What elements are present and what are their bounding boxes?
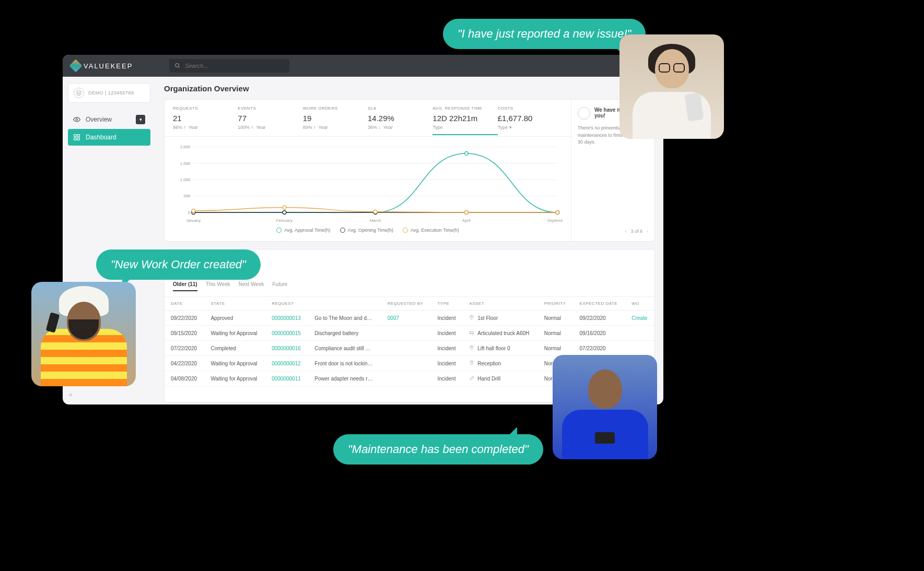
- cell-priority: Normal: [538, 326, 574, 341]
- table-row[interactable]: 07/22/2020Completed0000000016Compliance …: [165, 341, 654, 356]
- svg-point-4: [76, 118, 78, 121]
- table-row[interactable]: 09/22/2020Approved0000000013Go to The Mo…: [165, 311, 654, 326]
- metric-label: WORK ORDERS: [303, 106, 364, 111]
- cell-request[interactable]: 0000000011: [265, 371, 308, 386]
- metric-sub: 89% ↑ Year: [303, 125, 364, 130]
- svg-text:1,500: 1,500: [180, 161, 191, 166]
- legend-item[interactable]: Avg. Execution Time(h): [403, 228, 459, 233]
- legend-item[interactable]: Avg. Approval Time(h): [276, 228, 330, 233]
- col-request[interactable]: REQUEST: [265, 297, 308, 311]
- col-state[interactable]: STATE: [204, 297, 265, 311]
- metric-label: COSTS: [498, 106, 558, 111]
- search-bar[interactable]: [169, 59, 289, 73]
- metric-costs[interactable]: COSTS£1,677.80Type ▾: [498, 106, 563, 130]
- org-badge[interactable]: DEMO | 123456789: [68, 83, 150, 103]
- cell-expected: 09/16/2020: [574, 326, 626, 341]
- col-type[interactable]: TYPE: [431, 297, 463, 311]
- metric-value: 14.29%: [368, 114, 428, 123]
- col-asset[interactable]: ASSET: [463, 297, 537, 311]
- search-icon: [174, 63, 181, 69]
- metric-label: EVENTS: [238, 106, 298, 111]
- cell-requested-by[interactable]: [381, 356, 431, 371]
- chevron-down-icon[interactable]: ▾: [136, 115, 145, 124]
- svg-point-45: [471, 362, 472, 363]
- cell-date: 04/22/2020: [165, 356, 204, 371]
- nav-overview[interactable]: Overview ▾: [68, 110, 150, 129]
- org-badge-text: DEMO | 123456789: [88, 90, 134, 96]
- cell-requested-by[interactable]: [381, 371, 431, 386]
- metric-events[interactable]: EVENTS77100% ↑ Year: [238, 106, 302, 130]
- svg-point-43: [473, 334, 474, 335]
- cell-date: 09/15/2020: [165, 326, 204, 341]
- cell-type: Incident: [431, 371, 463, 386]
- cell-desc: Discharged battery: [308, 326, 381, 341]
- nav-dashboard[interactable]: Dashboard: [68, 129, 150, 146]
- col-expected-date[interactable]: EXPECTED DATE: [574, 297, 626, 311]
- cell-wo[interactable]: [625, 341, 654, 356]
- cell-desc: Power adapter needs r…: [308, 371, 381, 386]
- svg-point-36: [283, 206, 286, 209]
- asset-icon: [469, 375, 474, 382]
- metric-sub: Type: [432, 125, 493, 130]
- table-row[interactable]: 09/15/2020Waiting for Approval0000000015…: [165, 326, 654, 341]
- logo-icon: [69, 59, 82, 72]
- cell-state: Approved: [204, 311, 265, 326]
- metric-sla[interactable]: SLA14.29%36% ↓ Year: [368, 106, 432, 130]
- col-date[interactable]: DATE: [165, 297, 204, 311]
- cell-requested-by[interactable]: [381, 341, 431, 356]
- cell-priority: Normal: [538, 311, 574, 326]
- asset-icon: [469, 345, 474, 351]
- news-pager: ‹ 3 of 6 ›: [578, 229, 648, 234]
- metric-avg-response-time[interactable]: AVG. RESPONSE TIME12D 22h21mType: [432, 106, 497, 135]
- line-chart: 05001,0001,5002,000JanuaryFebruaryMarchA…: [173, 142, 563, 225]
- svg-rect-8: [77, 138, 79, 140]
- chart-legend: Avg. Approval Time(h)Avg. Opening Time(h…: [173, 228, 563, 233]
- cell-requested-by[interactable]: [381, 326, 431, 341]
- metric-label: REQUESTS: [173, 106, 233, 111]
- cell-asset: Lift hall floor 0: [463, 341, 537, 356]
- asset-icon: [469, 315, 474, 321]
- metric-sub: Type ▾: [498, 125, 558, 130]
- cell-state: Waiting for Approval: [204, 356, 265, 371]
- speech-bubble-maintenance: "Maintenance has been completed": [333, 434, 543, 465]
- svg-text:September: September: [547, 218, 563, 223]
- cell-desc: Go to The Moon and d…: [308, 311, 381, 326]
- metric-sub: 100% ↑ Year: [238, 125, 298, 130]
- nav-dashboard-label: Dashboard: [86, 134, 116, 141]
- cell-expected: 09/22/2020: [574, 311, 626, 326]
- topbar: VALUEKEEP: [63, 55, 663, 77]
- svg-point-42: [470, 334, 471, 335]
- brand-logo: VALUEKEEP: [71, 61, 133, 70]
- col-requested-by[interactable]: REQUESTED BY: [381, 297, 431, 311]
- metric-value: £1,677.80: [498, 114, 558, 123]
- cell-wo[interactable]: [625, 326, 654, 341]
- col-wo[interactable]: WO: [625, 297, 654, 311]
- speech-bubble-issue: "I have just reported a new issue!": [443, 19, 646, 49]
- tab-next-week[interactable]: Next Week: [239, 281, 264, 291]
- svg-text:January: January: [186, 218, 201, 223]
- cell-wo[interactable]: Create: [625, 311, 654, 326]
- col-priority[interactable]: PRIORITY: [538, 297, 574, 311]
- cell-requested-by[interactable]: 0007: [381, 311, 431, 326]
- cell-desc: Front door is not lockin…: [308, 356, 381, 371]
- cell-state: Waiting for Approval: [204, 326, 265, 341]
- cell-request[interactable]: 0000000016: [265, 341, 308, 356]
- legend-item[interactable]: Avg. Opening Time(h): [340, 228, 393, 233]
- tab-older-[interactable]: Older (11): [173, 281, 197, 291]
- pager-prev[interactable]: ‹: [625, 229, 626, 234]
- svg-point-40: [471, 316, 472, 317]
- cell-request[interactable]: 0000000013: [265, 311, 308, 326]
- collapse-sidebar-button[interactable]: «: [69, 391, 73, 398]
- col-desc[interactable]: [308, 297, 381, 311]
- tab-future[interactable]: Future: [272, 281, 287, 291]
- page-title: Organization Overview: [164, 84, 655, 93]
- search-input[interactable]: [185, 63, 284, 69]
- cell-type: Incident: [431, 326, 463, 341]
- metric-requests[interactable]: REQUESTS2186% ↑ Year: [173, 106, 238, 130]
- cell-request[interactable]: 0000000012: [265, 356, 308, 371]
- metric-work-orders[interactable]: WORK ORDERS1989% ↑ Year: [303, 106, 368, 130]
- svg-text:0: 0: [188, 210, 191, 215]
- cell-request[interactable]: 0000000015: [265, 326, 308, 341]
- tab-this-week[interactable]: This Week: [206, 281, 230, 291]
- pager-next[interactable]: ›: [647, 229, 648, 234]
